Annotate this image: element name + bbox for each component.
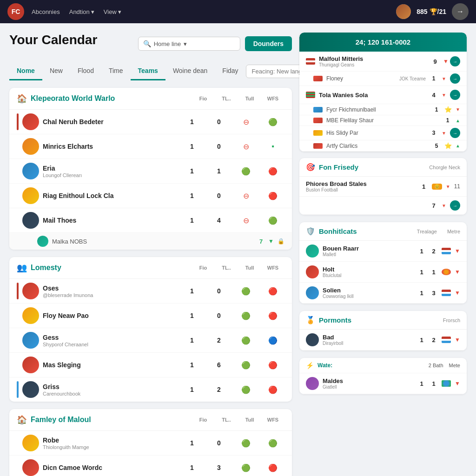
pormonts-right-label: Frorsch <box>443 317 460 323</box>
bon-sub: Cowworiag Ikill <box>323 294 414 299</box>
team-wfs-icon: 🟢 <box>261 439 284 448</box>
chevron-down-icon: ▼ <box>455 380 460 387</box>
section-klepeorato-title: Klepeorato World Warlo <box>31 94 192 103</box>
tab-woine-dean[interactable]: Woine dean <box>165 62 215 80</box>
flag-icon <box>313 130 323 136</box>
col-tl: TL.. <box>215 96 238 101</box>
team-logo <box>22 332 39 349</box>
right-arrow-button[interactable]: → <box>450 90 460 100</box>
team-logo <box>22 163 39 179</box>
team-info: Robe Thiolonguith Mamge <box>43 436 177 450</box>
team-wfs-icon: ▪ <box>261 142 284 151</box>
tab-nome[interactable]: Nome <box>9 62 42 80</box>
team-wfs-icon: 🟢 <box>261 216 284 225</box>
team-val-1: 1 <box>180 143 204 150</box>
search-icon: 🔍 <box>143 40 151 47</box>
team-sub: Loungof Cllerearı <box>43 172 177 178</box>
col-tl: TL.. <box>215 417 238 423</box>
team-wfs-icon: 🔴 <box>261 311 284 320</box>
team-val-2: 2 <box>207 337 231 344</box>
bon-name: Bouen Raarr <box>323 245 414 252</box>
tab-time[interactable]: Time <box>101 62 131 80</box>
team-val-2: 2 <box>207 386 231 393</box>
team-val-1: 1 <box>180 361 204 369</box>
nav-link-view[interactable]: View ▾ <box>104 8 121 15</box>
team-info: Mas Sleging <box>43 361 177 369</box>
team-status-icon: 🟢 <box>234 311 258 320</box>
section-wate: ⚡ Wate: 2 Bath Mete Maldes Giatlell 1 1 … <box>299 358 467 394</box>
bon-row-bouen: Bouen Raarr Malletl 1 2 ▼ <box>299 241 467 262</box>
sub-team-score: 1 <box>430 75 438 82</box>
bon-score-2: 1 <box>430 380 438 387</box>
team-logo <box>22 283 39 299</box>
team-val-2: 0 <box>207 118 231 126</box>
team-val-1: 1 <box>180 464 204 471</box>
bon-score-2: 1 <box>430 269 438 276</box>
col-tull: Tull <box>238 265 261 271</box>
team-val-1: 1 <box>180 118 204 126</box>
chevron-up-icon: ▲ <box>456 143 460 148</box>
fon-score: 1 <box>420 183 428 190</box>
right-arrow-button[interactable]: → <box>450 73 460 84</box>
team-sub: Thiolonguith Mamge <box>43 444 177 450</box>
right-score: 4 <box>430 92 438 99</box>
bon-score-1: 1 <box>417 337 426 344</box>
sub-row-malka: Malka NOBS 7 ▼ 🔒 <box>9 233 292 250</box>
bon-sub: Btuiclutal <box>323 273 414 278</box>
fon-sub: Buslon Football <box>306 187 416 192</box>
col-fio: Fio <box>192 417 215 423</box>
right-arrow-button[interactable]: → <box>450 200 460 211</box>
team-flag-blue <box>17 381 19 398</box>
section-klepeorato-header: 🏠 Klepeorato World Warlo Fio TL.. Tull W… <box>9 88 292 110</box>
team-name: Mail Thoes <box>43 217 177 224</box>
nav-arrow-button[interactable]: → <box>452 3 469 20</box>
main-container: Your Calendar 🔍 Home line ▾ Dounders Nom… <box>0 23 476 476</box>
right-top-id: 24; 120 161-0002 <box>356 38 410 46</box>
bon-score-2: 2 <box>430 248 438 255</box>
col-fio: Fio <box>192 265 215 271</box>
team-wfs-icon: 🔴 <box>261 361 284 370</box>
tab-flood[interactable]: Flood <box>70 62 101 80</box>
team-logo <box>22 187 39 204</box>
nav-link-andtion[interactable]: Andtion ▾ <box>69 8 94 15</box>
sub-val: 7 <box>259 238 263 245</box>
right-arrow-button[interactable]: → <box>450 56 460 66</box>
team-wfs-icon: 🟢 <box>261 118 284 126</box>
section-lomesty-title: Lomesty <box>31 264 192 272</box>
sub-team-row-floney: Floney JOK Tceame 1 ▼ → <box>299 72 467 86</box>
chevron-down-icon: ▼ <box>455 337 460 343</box>
tab-teams[interactable]: Teams <box>131 62 165 80</box>
sub-team-name: MBE Flelilay Shaur <box>326 117 440 124</box>
dounders-button[interactable]: Dounders <box>245 36 292 51</box>
user-avatar[interactable] <box>396 4 411 19</box>
team-val-1: 1 <box>180 192 204 199</box>
bon-name: Holt <box>323 266 414 273</box>
right-team-info-tola: Tola Wanies Sola <box>319 92 426 99</box>
team-val-2: 1 <box>207 167 231 175</box>
bon-score-2: 2 <box>430 337 438 344</box>
table-row: Eria Loungof Cllerearı 1 1 🟢 🔴 <box>9 159 292 184</box>
bon-name: Bad <box>323 334 414 341</box>
right-arrow-button[interactable]: → <box>450 128 460 138</box>
flag-us-icon <box>442 290 451 296</box>
chevron-down-icon: ▼ <box>446 184 450 189</box>
section-klepeorato-icon: 🏠 <box>17 93 27 104</box>
section-famley-icon: 🏠 <box>17 415 27 425</box>
nav-link-abconnies[interactable]: Abconnies <box>32 8 60 15</box>
team-status-icon: 🟢 <box>234 336 258 345</box>
chevron-down-icon: ▼ <box>455 290 460 296</box>
team-name: Mas Sleging <box>43 361 177 369</box>
team-status-icon: 🟢 <box>234 287 258 296</box>
fon-row-sub: 7 ▼ → <box>299 197 467 215</box>
tab-fiday[interactable]: Fiday <box>215 62 245 80</box>
team-flag-none <box>17 187 19 204</box>
search-bar[interactable]: 🔍 Home line ▾ <box>138 37 240 51</box>
chevron-down-icon: ▾ <box>184 40 187 47</box>
tab-new[interactable]: New <box>42 62 70 80</box>
wate-right2: Mete <box>449 363 460 368</box>
bon-col2: Metre <box>447 229 460 234</box>
team-logo <box>22 357 39 373</box>
team-val-1: 1 <box>180 312 204 319</box>
bon-info: Maldes Giatlell <box>323 377 414 390</box>
table-row: Griss Carenourchbook 1 2 🟢 🔴 <box>9 377 292 402</box>
